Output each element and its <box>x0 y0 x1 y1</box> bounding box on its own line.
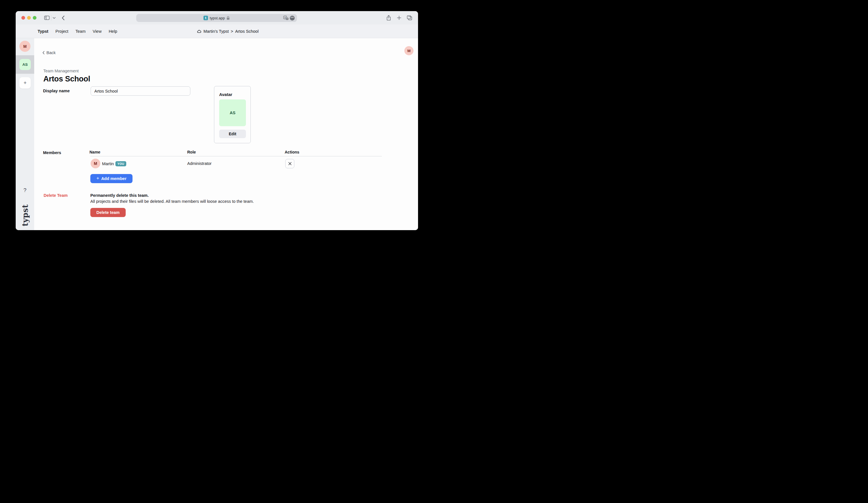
delete-team-heading: Permanently delete this team. <box>90 193 149 198</box>
page-settings-icon[interactable]: ••• <box>290 16 294 21</box>
you-badge: YOU <box>115 161 126 166</box>
sidebar-item-personal-workspace[interactable]: M <box>19 41 31 52</box>
sidebar-toggle-icon[interactable] <box>44 11 50 24</box>
chevron-down-icon[interactable] <box>52 11 56 24</box>
chevron-left-icon <box>42 51 44 54</box>
menu-view[interactable]: View <box>93 29 102 34</box>
add-member-button[interactable]: + Add member <box>90 174 133 183</box>
user-avatar[interactable]: M <box>404 46 413 55</box>
plus-icon: + <box>96 176 99 181</box>
display-name-input[interactable] <box>91 86 190 96</box>
edit-avatar-button[interactable]: Edit <box>219 129 246 138</box>
site-favicon: t <box>204 16 208 20</box>
team-avatar-preview: AS <box>219 99 246 126</box>
svg-text:A: A <box>285 16 286 19</box>
remove-member-button[interactable] <box>285 159 294 168</box>
teams-sidebar: M AS + ? typst <box>16 38 34 230</box>
back-link-label: Back <box>46 50 55 55</box>
member-avatar: M <box>91 159 100 168</box>
column-header-role: Role <box>187 150 196 154</box>
back-link[interactable]: Back <box>42 50 55 55</box>
add-team-button[interactable]: + <box>19 77 31 88</box>
breadcrumb: Martin's Typst > Artos School <box>197 24 258 38</box>
section-label: Team Management <box>43 69 79 73</box>
display-name-label: Display name <box>43 88 70 93</box>
sidebar-item-artos-school[interactable]: AS <box>19 59 31 70</box>
url-text: typst.app <box>210 16 225 20</box>
members-label: Members <box>43 150 61 155</box>
tab-overview-icon[interactable] <box>406 11 413 24</box>
table-header-divider <box>90 156 382 156</box>
sidebar-item-selected-highlight: AS <box>16 55 34 74</box>
close-window-button[interactable] <box>21 16 25 20</box>
team-management-page: Back M Team Management Artos School Disp… <box>34 38 418 230</box>
help-icon[interactable]: ? <box>16 187 34 193</box>
member-role: Administrator <box>187 161 211 166</box>
browser-toolbar: t typst.app A 文 ••• <box>16 11 418 24</box>
member-name: Martin <box>102 161 114 166</box>
breadcrumb-page[interactable]: Artos School <box>235 29 258 34</box>
menu-team[interactable]: Team <box>75 29 85 34</box>
zoom-window-button[interactable] <box>33 16 37 20</box>
toolbar-divider <box>51 15 51 21</box>
lock-icon <box>227 16 230 20</box>
app-menubar: Typst Project Team View Help Martin's Ty… <box>16 24 418 38</box>
menu-help[interactable]: Help <box>108 29 117 34</box>
delete-team-description: All projects and their files will be del… <box>90 199 254 204</box>
avatar-card-title: Avatar <box>219 92 232 97</box>
avatar-card: Avatar AS Edit <box>214 86 251 143</box>
breadcrumb-workspace[interactable]: Martin's Typst <box>204 29 229 34</box>
breadcrumb-separator: > <box>231 29 233 34</box>
translate-icon[interactable]: A 文 <box>283 16 289 20</box>
page-title: Artos School <box>43 75 90 83</box>
share-icon[interactable] <box>385 11 392 24</box>
add-member-label: Add member <box>101 176 126 181</box>
new-tab-icon[interactable] <box>396 11 402 24</box>
address-bar[interactable]: t typst.app A 文 ••• <box>136 14 297 22</box>
minimize-window-button[interactable] <box>27 16 31 20</box>
delete-team-button[interactable]: Delete team <box>90 208 126 217</box>
delete-team-section-label: Delete Team <box>44 193 68 198</box>
cloud-icon <box>197 30 202 33</box>
browser-window: t typst.app A 文 ••• <box>16 11 418 230</box>
menu-project[interactable]: Project <box>55 29 69 34</box>
typst-logo: typst <box>21 204 29 226</box>
menu-typst[interactable]: Typst <box>38 29 49 34</box>
column-header-name: Name <box>90 150 100 154</box>
close-icon <box>288 162 291 165</box>
back-navigation-icon[interactable] <box>61 11 65 24</box>
svg-text:文: 文 <box>286 18 288 20</box>
column-header-actions: Actions <box>285 150 299 154</box>
